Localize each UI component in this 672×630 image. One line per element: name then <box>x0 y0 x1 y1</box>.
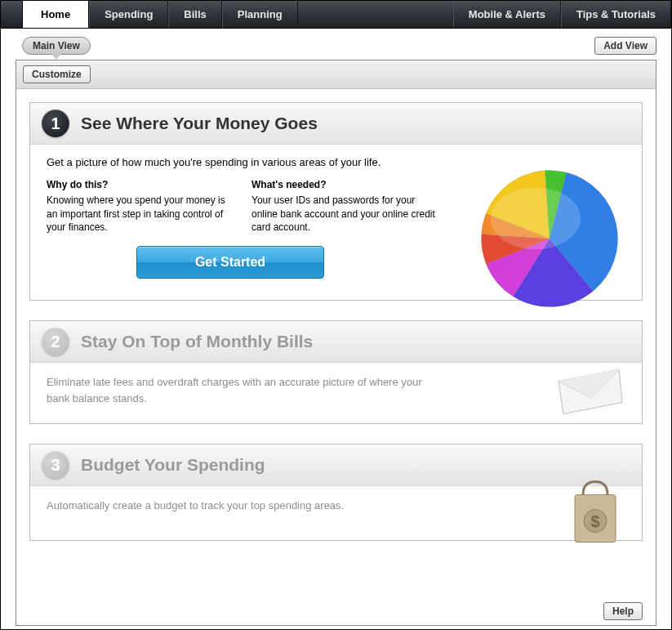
step-card-2-header: 2 Stay On Top of Monthly Bills <box>30 321 642 363</box>
svg-point-0 <box>491 187 581 249</box>
content-area: 1 See Where Your Money Goes Get a pictur… <box>16 89 656 625</box>
envelope-icon <box>552 364 627 423</box>
main-view-tab[interactable]: Main View <box>22 37 91 55</box>
svg-text:$: $ <box>590 512 599 530</box>
step-desc: Automatically create a budget to track y… <box>47 498 438 514</box>
footer-bar: Help <box>16 597 656 625</box>
why-column: Why do this? Knowing where you spend you… <box>47 178 234 235</box>
nav-tab-bills[interactable]: Bills <box>168 1 221 28</box>
get-started-button[interactable]: Get Started <box>136 246 324 279</box>
shopping-bag-icon: $ <box>563 476 627 552</box>
add-view-button[interactable]: Add View <box>594 37 656 55</box>
nav-tab-mobile-alerts[interactable]: Mobile & Alerts <box>453 1 561 28</box>
what-heading: What's needed? <box>251 178 438 192</box>
nav-tab-spending[interactable]: Spending <box>89 1 168 28</box>
toolbar: Customize <box>16 60 656 89</box>
step-desc: Eliminate late fees and overdraft charge… <box>47 374 438 406</box>
step-card-1-header: 1 See Where Your Money Goes <box>30 103 642 145</box>
help-button[interactable]: Help <box>603 602 643 620</box>
step-number-badge: 1 <box>42 109 69 137</box>
step-title: Stay On Top of Monthly Bills <box>81 332 313 351</box>
why-text: Knowing where you spend your money is an… <box>47 194 234 235</box>
what-column: What's needed? Your user IDs and passwor… <box>251 178 438 235</box>
step-title: See Where Your Money Goes <box>81 114 318 133</box>
step-card-3-header: 3 Budget Your Spending <box>30 445 642 486</box>
pie-chart-icon <box>472 161 627 319</box>
top-nav: Home Spending Bills Planning Mobile & Al… <box>1 1 671 29</box>
view-bar: Main View Add View <box>1 29 671 60</box>
step-number-badge: 2 <box>42 328 69 355</box>
step-number-badge: 3 <box>42 451 69 479</box>
nav-tab-planning[interactable]: Planning <box>222 1 298 28</box>
step-title: Budget Your Spending <box>81 455 265 475</box>
nav-tab-tips-tutorials[interactable]: Tips & Tutorials <box>561 1 671 28</box>
step-card-2: 2 Stay On Top of Monthly Bills Eliminate… <box>29 320 643 424</box>
step-card-1: 1 See Where Your Money Goes Get a pictur… <box>29 102 643 301</box>
nav-tab-home[interactable]: Home <box>22 1 89 28</box>
why-heading: Why do this? <box>47 178 234 192</box>
main-panel: Customize 1 See Where Your Money Goes Ge… <box>16 60 656 626</box>
what-text: Your user IDs and passwords for your onl… <box>251 194 438 235</box>
customize-button[interactable]: Customize <box>23 65 91 83</box>
step-card-3: 3 Budget Your Spending Automatically cre… <box>29 444 643 541</box>
